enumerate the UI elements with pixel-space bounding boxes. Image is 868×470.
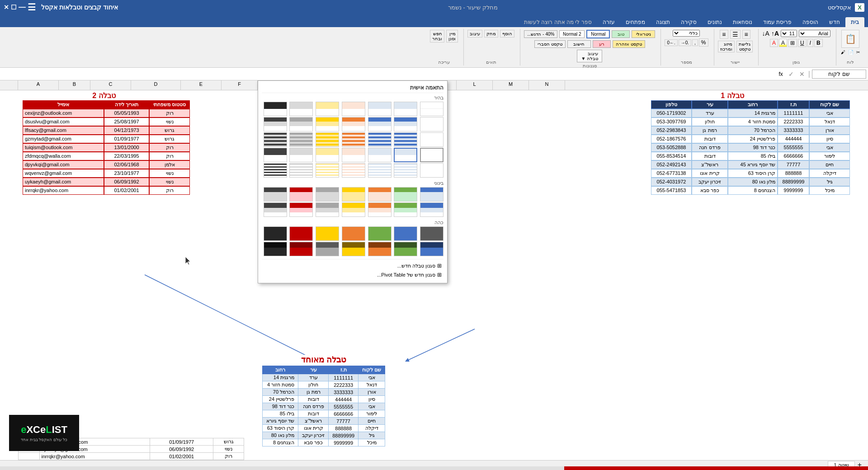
merged-name[interactable]: חיים: [359, 418, 385, 425]
swatch-sm-yellow[interactable]: [316, 163, 339, 178]
swatch-m2-5[interactable]: [316, 202, 339, 217]
t1-street[interactable]: הצנחנים 8: [728, 186, 778, 195]
merged-name[interactable]: לימור: [359, 410, 385, 418]
swatch-striped-blue[interactable]: [394, 132, 417, 147]
swatch-bordered-yellow[interactable]: [316, 148, 339, 162]
t1-name[interactable]: סיון: [809, 135, 850, 143]
swatch-sm-1[interactable]: [420, 163, 443, 178]
swatch-m-2[interactable]: [394, 187, 417, 202]
format-painter-btn[interactable]: 🖌: [840, 49, 846, 56]
swatch-bordered-dk[interactable]: [264, 148, 287, 162]
normal2-style-box[interactable]: Normal 2: [559, 30, 585, 38]
swatch-lt-blue-1[interactable]: [394, 102, 417, 116]
tab-search[interactable]: ספר לי מה אתה רוצה לעשות: [519, 17, 597, 27]
t1-city[interactable]: ראשל"צ: [692, 160, 728, 169]
t2b-status[interactable]: רוק: [213, 453, 244, 460]
merged-city[interactable]: דובות: [298, 410, 329, 418]
t1-street[interactable]: שד יוסף גיורא 45: [728, 160, 778, 169]
insert-function-btn[interactable]: fx: [777, 71, 785, 77]
swatch-d2-6[interactable]: [289, 242, 313, 256]
swatch-m-7[interactable]: [264, 187, 287, 202]
swatch-d-1[interactable]: [420, 226, 443, 241]
t1-phone[interactable]: 052-4031972: [651, 178, 692, 186]
tab-review[interactable]: סקירה: [675, 17, 702, 27]
t1-street[interactable]: קרן היסוד 63: [728, 169, 778, 178]
swatch-lt-yellow-1[interactable]: [316, 102, 339, 116]
paste-btn[interactable]: 📋: [841, 30, 859, 48]
t2-email[interactable]: cexijnz@outlook.com: [23, 109, 104, 118]
merged-city[interactable]: פרדס חנה: [298, 403, 329, 410]
t1-id[interactable]: 88899999: [778, 178, 809, 186]
merged-street[interactable]: כנר דוד 98: [263, 403, 298, 410]
swatch-sm-orange[interactable]: [342, 163, 365, 178]
align-right-btn[interactable]: ≡: [742, 30, 750, 39]
wrap-text-btn[interactable]: גלישתטקסט: [736, 41, 753, 52]
swatch-m-3[interactable]: [368, 187, 392, 202]
swatch-m2-4[interactable]: [342, 202, 365, 217]
t1-city[interactable]: דובות: [692, 135, 728, 143]
t1-phone[interactable]: 052-6773138: [651, 169, 692, 178]
t1-name[interactable]: אבי: [809, 143, 850, 152]
swatch-d2-7[interactable]: [264, 242, 287, 256]
t2b-email[interactable]: inrrqkr@yahoo.com: [39, 453, 150, 460]
t1-street[interactable]: סמטת חזור 4: [728, 118, 778, 126]
t1-city[interactable]: כפר סבא: [692, 186, 728, 195]
align-center-btn[interactable]: ☰: [730, 30, 741, 39]
merged-id[interactable]: 5555555: [329, 403, 359, 410]
t2-date[interactable]: 01/09/1977: [104, 135, 149, 143]
swatch-d-5[interactable]: [316, 226, 339, 241]
merged-id[interactable]: 1111111: [329, 374, 359, 381]
t2-email[interactable]: tuiqism@outlook.com: [23, 143, 104, 152]
merged-street[interactable]: שד יוסף גיורא: [263, 418, 298, 425]
align-left-btn[interactable]: ≡: [720, 30, 728, 39]
tab-view[interactable]: תצוגה: [651, 17, 675, 27]
merged-id[interactable]: 6666666: [329, 410, 359, 418]
merged-name[interactable]: דיקלה: [359, 425, 385, 432]
swatch-striped-dk[interactable]: [264, 132, 287, 147]
swatch-m2-6[interactable]: [289, 202, 313, 217]
merged-city[interactable]: זיכרון יעקב: [298, 432, 329, 439]
t2-email[interactable]: lflsacy@gmail.com: [23, 126, 104, 135]
t2-status[interactable]: נשוי: [149, 178, 190, 186]
increase-decimal-btn[interactable]: .0→: [679, 39, 691, 46]
t1-phone[interactable]: 052-1867576: [651, 135, 692, 143]
calc-style-box[interactable]: חישוב: [567, 40, 591, 48]
merged-city[interactable]: דובות: [298, 396, 329, 403]
merged-street[interactable]: מרגנית 14: [263, 374, 298, 381]
merged-name[interactable]: סיון: [359, 396, 385, 403]
merged-street[interactable]: הכרמל 70: [263, 389, 298, 396]
tab-data[interactable]: נתונים: [702, 17, 727, 27]
tab-new[interactable]: חדש: [824, 17, 845, 27]
t1-street[interactable]: מרגנית 14: [728, 109, 778, 118]
merged-name[interactable]: אבי: [359, 374, 385, 381]
border-btn[interactable]: ⊞: [788, 39, 797, 47]
minimize-btn[interactable]: ―: [19, 3, 26, 11]
merged-street[interactable]: מלון נאו 80: [263, 432, 298, 439]
swatch-d-4[interactable]: [342, 226, 365, 241]
swatch-d-7[interactable]: [264, 226, 287, 241]
t1-id[interactable]: 5555555: [778, 143, 809, 152]
swatch-striped-blue2[interactable]: [368, 132, 392, 147]
swatch-sm-gray[interactable]: [289, 163, 313, 178]
t2-status[interactable]: נשוי: [149, 169, 190, 178]
merged-street[interactable]: סמטת חזור 4: [263, 381, 298, 389]
t2-date[interactable]: 01/02/2001: [104, 186, 149, 195]
swatch-m2-7[interactable]: [264, 202, 287, 217]
swatch-m-4[interactable]: [342, 187, 365, 202]
format-btn[interactable]: עיצוב: [467, 30, 482, 38]
t2-email[interactable]: uykaeyh@gmail.com: [23, 178, 104, 186]
t1-phone[interactable]: 055-8534514: [651, 152, 692, 160]
number-format-selector[interactable]: כללי: [673, 30, 700, 37]
decrease-decimal-btn[interactable]: .←0: [665, 39, 677, 46]
zoom-style-box[interactable]: 40% - הדגש...: [524, 30, 557, 38]
swatch-d-2[interactable]: [394, 226, 417, 241]
t1-city[interactable]: דובות: [692, 152, 728, 160]
t1-phone[interactable]: 052-2983843: [651, 126, 692, 135]
swatch-d2-1[interactable]: [420, 242, 443, 256]
swatch-yellow-2[interactable]: [316, 117, 339, 132]
t1-id[interactable]: 77777: [778, 160, 809, 169]
merged-street[interactable]: פרלשטיין 24: [263, 396, 298, 403]
t2-status[interactable]: רוק: [149, 143, 190, 152]
merged-city[interactable]: רמת גן: [298, 389, 329, 396]
t2-date[interactable]: 02/06/1968: [104, 160, 149, 169]
